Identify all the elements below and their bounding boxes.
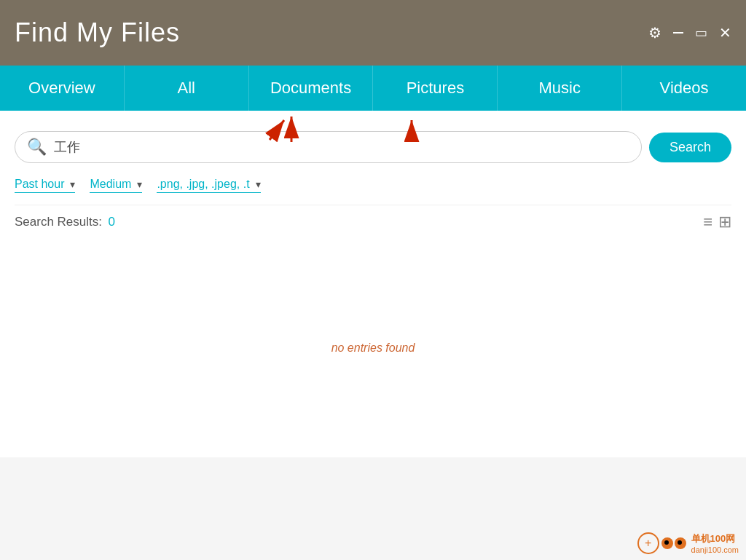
maximize-icon: ▭ bbox=[695, 25, 707, 41]
close-button[interactable]: ✕ bbox=[719, 24, 731, 42]
tab-videos[interactable]: Videos bbox=[622, 66, 746, 111]
grid-view-button[interactable]: ⊞ bbox=[718, 213, 731, 232]
time-filter[interactable]: Past hour ▾ bbox=[15, 178, 75, 193]
content-area: 🔍 Search Past hour ▾ Medium ▾ .png, .jpg… bbox=[0, 111, 746, 457]
watermark-text: 单机100网 danji100.com bbox=[691, 532, 739, 554]
grid-view-icon: ⊞ bbox=[718, 213, 731, 231]
window-controls: ⚙ ▭ ✕ bbox=[648, 24, 731, 42]
settings-button[interactable]: ⚙ bbox=[648, 24, 661, 42]
minimize-button[interactable] bbox=[673, 32, 683, 33]
list-view-button[interactable]: ≡ bbox=[703, 213, 712, 232]
filter-row: Past hour ▾ Medium ▾ .png, .jpg, .jpeg, … bbox=[15, 175, 731, 205]
results-header: Search Results: 0 ≡ ⊞ bbox=[15, 205, 731, 239]
plus-icon: + bbox=[645, 537, 651, 550]
watermark: + 单机100网 danji100.com bbox=[637, 532, 739, 554]
tab-music[interactable]: Music bbox=[498, 66, 622, 111]
titlebar: Find My Files ⚙ ▭ ✕ bbox=[0, 0, 746, 66]
watermark-logo: + bbox=[637, 532, 687, 554]
list-view-icon: ≡ bbox=[703, 213, 712, 231]
owl-eyes bbox=[661, 537, 687, 550]
close-icon: ✕ bbox=[719, 24, 731, 42]
watermark-circle: + bbox=[637, 532, 659, 554]
size-filter[interactable]: Medium ▾ bbox=[90, 178, 142, 193]
tab-overview[interactable]: Overview bbox=[0, 66, 125, 111]
tab-all[interactable]: All bbox=[125, 66, 249, 111]
tabbar: Overview All Documents Pictures Music Vi… bbox=[0, 66, 746, 111]
tab-pictures[interactable]: Pictures bbox=[373, 66, 498, 111]
search-icon: 🔍 bbox=[27, 138, 47, 157]
search-input-wrapper: 🔍 bbox=[15, 131, 642, 163]
view-controls: ≡ ⊞ bbox=[703, 213, 731, 232]
time-filter-chevron: ▾ bbox=[70, 178, 75, 190]
type-filter[interactable]: .png, .jpg, .jpeg, .t ▾ bbox=[157, 178, 260, 193]
size-filter-chevron: ▾ bbox=[137, 178, 142, 190]
gear-icon: ⚙ bbox=[648, 24, 661, 42]
app-title: Find My Files bbox=[15, 17, 180, 48]
search-bar: 🔍 Search bbox=[15, 125, 731, 163]
search-input[interactable] bbox=[54, 140, 629, 155]
minimize-icon bbox=[673, 32, 683, 33]
empty-state: no entries found bbox=[15, 239, 731, 457]
results-info: Search Results: 0 bbox=[15, 215, 115, 229]
search-button[interactable]: Search bbox=[649, 133, 731, 162]
tab-documents[interactable]: Documents bbox=[249, 66, 374, 111]
type-filter-chevron: ▾ bbox=[256, 178, 261, 190]
maximize-button[interactable]: ▭ bbox=[695, 25, 707, 41]
